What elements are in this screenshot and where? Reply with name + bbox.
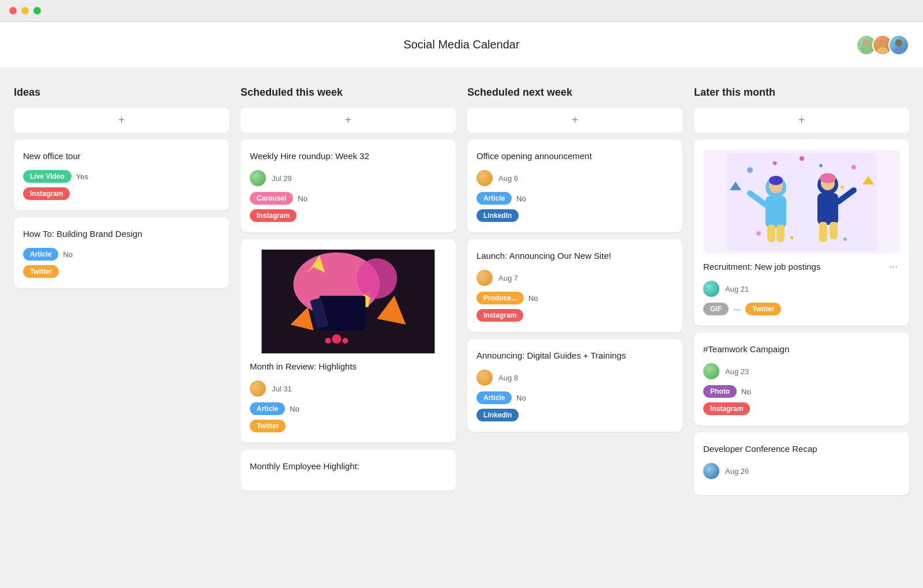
badge-article: Article: [23, 248, 58, 261]
badge-article: Article: [250, 402, 285, 415]
svg-point-14: [357, 258, 397, 299]
card-tags: Photo No: [703, 385, 900, 398]
badge-instagram: Instagram: [476, 309, 523, 322]
card-month-review: Month in Review: Highlights Jul 31 Artic…: [241, 239, 456, 443]
card-meta: Aug 8: [476, 370, 673, 386]
column-ideas: Ideas + New office tour Live Video Yes I…: [14, 86, 229, 295]
card-launch-new-site: Launch: Announcing Our New Site! Aug 7 P…: [467, 239, 682, 332]
card-tags: Article No: [250, 402, 447, 415]
card-meta: Aug 23: [703, 363, 900, 379]
card-date: Jul 29: [272, 174, 292, 183]
traffic-lights: [9, 7, 41, 14]
column-scheduled-this-week: Scheduled this week + Weekly Hire roundu…: [241, 86, 456, 497]
card-platform-tags: Twitter: [250, 420, 447, 432]
svg-point-19: [747, 167, 753, 173]
card-image: [250, 250, 447, 353]
badge-twitter: Twitter: [250, 420, 286, 432]
card-title: How To: Building Brand Design: [23, 228, 220, 240]
column-header-this-week: Scheduled this week: [241, 86, 456, 99]
svg-rect-38: [830, 222, 838, 239]
card-title: Weekly Hire roundup: Week 32: [250, 150, 447, 162]
minimize-button[interactable]: [21, 7, 29, 14]
card-title: Month in Review: Highlights: [250, 360, 447, 372]
card-platform-tags: Twitter: [23, 265, 220, 278]
tag-value: No: [298, 194, 307, 203]
avatar-sm: [703, 363, 719, 379]
badge-article: Article: [476, 192, 512, 205]
badge-linkedin: LinkedIn: [476, 209, 519, 222]
column-header-later: Later this month: [694, 86, 909, 99]
add-card-this-week[interactable]: +: [241, 108, 456, 133]
card-weekly-hire: Weekly Hire roundup: Week 32 Jul 29 Caro…: [241, 140, 456, 232]
svg-point-17: [343, 338, 348, 344]
more-options-button[interactable]: ···: [887, 261, 900, 273]
card-employee-highlight: Monthly Employee Highlight:: [241, 450, 456, 491]
card-title: #Teamwork Campaign: [703, 343, 900, 355]
avatar-group: [856, 35, 909, 55]
svg-point-3: [877, 47, 888, 55]
tag-value: No: [528, 294, 538, 303]
avatar-sm: [476, 370, 493, 386]
card-date: Aug 26: [725, 467, 749, 476]
card-title: Launch: Announcing Our New Site!: [476, 250, 673, 262]
card-platform-tags: Instagram: [703, 402, 900, 415]
card-tags: Article No: [476, 192, 673, 205]
column-header-next-week: Scheduled next week: [467, 86, 682, 99]
avatar-sm: [476, 170, 493, 186]
dash-separator: —: [733, 305, 741, 314]
card-platform-tags: LinkedIn: [476, 209, 673, 222]
avatar-3[interactable]: [888, 35, 909, 55]
card-title-row: Recruitment: New job postings ···: [703, 261, 900, 281]
badge-live-video: Live Video: [23, 170, 72, 183]
column-header-ideas: Ideas: [14, 86, 229, 99]
svg-rect-31: [776, 225, 785, 242]
svg-rect-30: [767, 225, 775, 242]
card-tags: Article No: [476, 391, 673, 404]
svg-point-0: [863, 39, 870, 46]
maximize-button[interactable]: [33, 7, 41, 14]
svg-point-4: [895, 39, 902, 46]
card-recruitment: Recruitment: New job postings ··· Aug 21…: [694, 140, 909, 326]
card-title: Announcing: Digital Guides + Trainings: [476, 349, 673, 361]
svg-point-16: [325, 338, 331, 344]
card-meta: Jul 31: [250, 380, 447, 397]
svg-point-15: [332, 334, 342, 344]
card-platform-tags: Instagram: [476, 309, 673, 322]
badge-twitter: Twitter: [23, 265, 59, 278]
svg-point-40: [820, 173, 836, 183]
card-tags: Carousel No: [250, 192, 447, 205]
badge-produce: Produce...: [476, 292, 524, 304]
card-title: New office tour: [23, 150, 220, 162]
card-tags: Article No: [23, 248, 220, 261]
card-title: Office opening announcement: [476, 150, 673, 162]
svg-point-1: [861, 47, 872, 55]
close-button[interactable]: [9, 7, 17, 14]
svg-point-41: [756, 231, 761, 236]
card-tags: GIF — Twitter: [703, 303, 900, 315]
badge-linkedin: LinkedIn: [476, 409, 519, 421]
board: Ideas + New office tour Live Video Yes I…: [0, 68, 923, 587]
add-card-ideas[interactable]: +: [14, 108, 229, 133]
card-developer-conference: Developer Conference Recap Aug 26: [694, 432, 909, 495]
tag-value: No: [63, 250, 73, 259]
svg-point-5: [893, 47, 905, 55]
card-meta: Jul 29: [250, 170, 447, 186]
svg-rect-37: [819, 222, 827, 242]
svg-point-21: [841, 186, 844, 189]
avatar-sm: [703, 463, 719, 479]
add-card-next-week[interactable]: +: [467, 108, 682, 133]
card-platform-tags: Instagram: [23, 187, 220, 200]
tag-value: No: [516, 394, 526, 402]
card-date: Aug 21: [725, 285, 749, 293]
card-title: Monthly Employee Highlight:: [250, 460, 447, 472]
avatar-sm: [476, 270, 493, 286]
card-brand-design: How To: Building Brand Design Article No…: [14, 217, 229, 288]
card-meta: Aug 6: [476, 170, 673, 186]
card-date: Aug 6: [498, 174, 518, 183]
add-card-later[interactable]: +: [694, 108, 909, 133]
card-title: Developer Conference Recap: [703, 443, 900, 455]
card-meta: Aug 7: [476, 270, 673, 286]
tag-value: No: [516, 194, 526, 203]
badge-instagram: Instagram: [23, 187, 70, 200]
card-teamwork-campaign: #Teamwork Campaign Aug 23 Photo No Insta…: [694, 333, 909, 425]
